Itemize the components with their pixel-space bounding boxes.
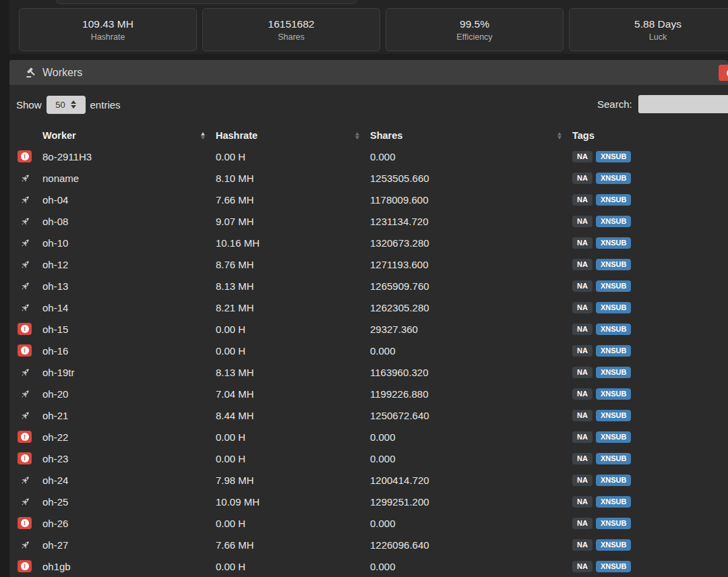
exclamation-circle-icon: !: [21, 562, 29, 570]
worker-name: oh-13: [42, 280, 216, 292]
hashrate-value: 109.43 MH: [82, 18, 133, 30]
exclamation-circle-icon: !: [21, 346, 29, 355]
exclamation-circle-icon: !: [21, 433, 29, 441]
rocket-icon: [20, 237, 31, 249]
column-header-hashrate[interactable]: Hashrate: [216, 130, 370, 141]
table-row: ! oh-22 0.00 H 0.000 NAXNSUB: [9, 426, 728, 448]
xnsub-tag: XNSUB: [596, 431, 632, 443]
tags-cell: NAXNSUB: [572, 237, 728, 249]
worker-name: oh1gb: [42, 561, 216, 572]
shares-cell: 1320673.280: [370, 237, 572, 249]
column-header-worker[interactable]: Worker: [42, 130, 216, 141]
tags-cell: NAXNSUB: [572, 302, 728, 313]
table-row: ! oh-14 8.21 MH 1262305.280 NAXNSUB: [9, 297, 728, 318]
page-size-select[interactable]: 50: [47, 96, 86, 114]
hashrate-cell: 8.44 MH: [216, 410, 370, 421]
rocket-icon: [20, 539, 31, 551]
workers-panel: Workers ! Show 50 entries Search: Worker: [9, 60, 728, 577]
worker-name: oh-20: [42, 388, 216, 400]
status-icon-cell: !: [18, 475, 42, 486]
stats-panel: 109.43 MH Hashrate 16151682 Shares 99.5%…: [9, 0, 728, 54]
shares-label: Shares: [278, 32, 305, 42]
worker-name: oh-15: [42, 324, 216, 335]
luck-label: Luck: [649, 32, 667, 42]
workers-table: Worker Hashrate Shares Tags: [9, 125, 728, 577]
xnsub-tag: XNSUB: [596, 367, 632, 378]
rocket-icon: [20, 475, 31, 486]
table-row: ! oh-27 7.66 MH 1226096.640 NAXNSUB: [9, 534, 728, 555]
search-input[interactable]: [638, 95, 728, 113]
tags-cell: NAXNSUB: [572, 151, 728, 162]
workers-panel-header: Workers !: [9, 60, 728, 85]
offline-icon: !: [18, 431, 32, 443]
na-tag: NA: [572, 410, 593, 421]
entries-label: entries: [90, 99, 121, 111]
offline-workers-button[interactable]: !: [719, 65, 728, 81]
na-tag: NA: [572, 431, 593, 443]
status-icon-cell: !: [18, 496, 42, 508]
hashrate-cell: 10.09 MH: [216, 496, 370, 508]
table-row: ! oh-04 7.66 MH 1178009.600 NAXNSUB: [9, 189, 728, 210]
status-icon-cell: !: [18, 431, 42, 443]
xnsub-tag: XNSUB: [596, 561, 632, 572]
table-row: ! oh-12 8.76 MH 1271193.600 NAXNSUB: [9, 253, 728, 275]
exclamation-circle-icon: !: [21, 152, 29, 160]
previous-card-fragment: [56, 0, 357, 4]
xnsub-tag: XNSUB: [596, 453, 632, 464]
tags-cell: NAXNSUB: [572, 475, 728, 486]
na-tag: NA: [572, 475, 593, 486]
search-label: Search:: [597, 98, 632, 110]
offline-icon: !: [18, 560, 32, 572]
na-tag: NA: [572, 173, 593, 184]
hashrate-cell: 8.13 MH: [216, 280, 370, 292]
shares-cell: 29327.360: [370, 324, 572, 335]
worker-name: oh-21: [42, 410, 216, 421]
hashrate-cell: 0.00 H: [216, 561, 370, 572]
status-icon-cell: !: [18, 259, 42, 270]
table-row: ! oh1gb 0.00 H 0.000 NAXNSUB: [9, 555, 728, 577]
table-row: ! oh-20 7.04 MH 1199226.880 NAXNSUB: [9, 383, 728, 404]
status-icon-cell: !: [18, 452, 42, 464]
na-tag: NA: [572, 151, 593, 162]
xnsub-tag: XNSUB: [596, 388, 632, 400]
tags-cell: NAXNSUB: [572, 410, 728, 421]
table-controls: Show 50 entries Search:: [9, 90, 728, 119]
rocket-icon: [20, 216, 31, 227]
sort-icon: [355, 132, 359, 140]
hashrate-cell: 7.66 MH: [216, 194, 370, 206]
hashrate-cell: 8.13 MH: [216, 367, 370, 378]
hashrate-cell: 0.00 H: [216, 151, 370, 162]
panel-title: Workers: [42, 67, 82, 79]
show-label: Show: [16, 99, 42, 111]
shares-cell: 1265909.760: [370, 280, 572, 292]
luck-value: 5.88 Days: [634, 18, 681, 30]
hashrate-cell: 7.04 MH: [216, 388, 370, 400]
na-tag: NA: [572, 496, 593, 508]
gavel-icon: [26, 67, 36, 78]
na-tag: NA: [572, 453, 593, 464]
hashrate-cell: 9.07 MH: [216, 216, 370, 227]
efficiency-card: 99.5% Efficiency: [386, 8, 564, 51]
tags-cell: NAXNSUB: [572, 453, 728, 464]
hashrate-cell: 0.00 H: [216, 453, 370, 464]
xnsub-tag: XNSUB: [596, 216, 632, 227]
xnsub-tag: XNSUB: [596, 280, 632, 292]
status-icon-cell: !: [18, 367, 42, 378]
na-tag: NA: [572, 324, 593, 335]
hashrate-cell: 0.00 H: [216, 431, 370, 443]
exclamation-circle-icon: !: [21, 519, 29, 527]
worker-name: oh-24: [42, 475, 216, 486]
shares-cell: 1262305.280: [370, 302, 572, 313]
hashrate-cell: 7.66 MH: [216, 539, 370, 551]
shares-cell: 1200414.720: [370, 475, 572, 486]
column-header-shares[interactable]: Shares: [370, 130, 572, 141]
tags-cell: NAXNSUB: [572, 259, 728, 270]
worker-name: noname: [42, 173, 216, 184]
worker-name: oh-08: [42, 216, 216, 227]
na-tag: NA: [572, 302, 593, 313]
status-icon-cell: !: [18, 388, 42, 400]
status-icon-cell: !: [18, 194, 42, 206]
table-row: ! oh-08 9.07 MH 1231134.720 NAXNSUB: [9, 210, 728, 232]
status-icon-cell: !: [18, 344, 42, 357]
exclamation-circle-icon: !: [21, 325, 29, 333]
